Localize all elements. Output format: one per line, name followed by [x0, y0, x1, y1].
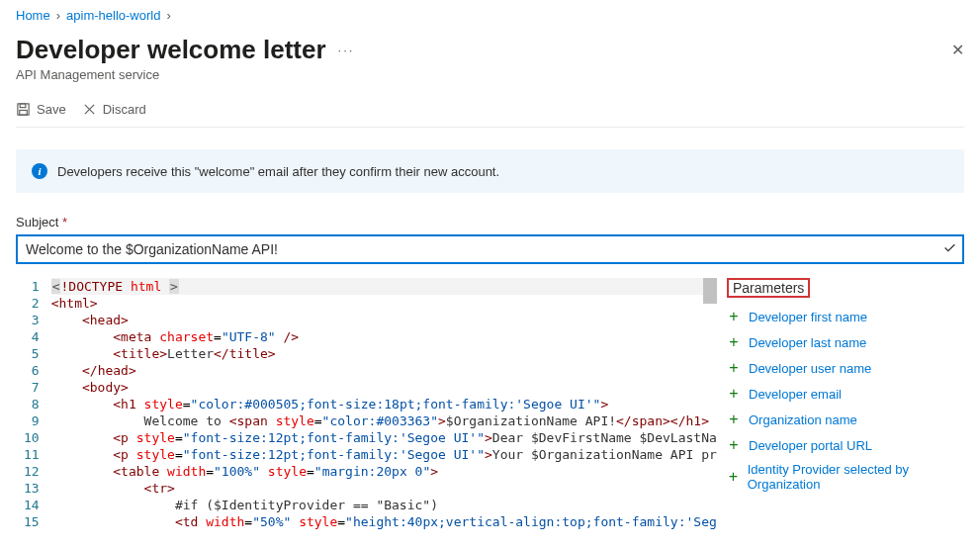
plus-icon: +	[727, 411, 741, 428]
save-icon	[16, 102, 31, 117]
scrollbar-vertical[interactable]	[703, 278, 717, 304]
plus-icon: +	[727, 385, 741, 403]
parameter-item[interactable]: +Developer portal URL	[727, 432, 964, 458]
parameter-label: Developer email	[749, 387, 842, 402]
plus-icon: +	[727, 436, 741, 454]
info-icon: i	[32, 163, 47, 179]
page-subtitle: API Management service	[16, 67, 964, 82]
breadcrumb: Home › apim-hello-world ›	[16, 8, 964, 23]
code-content[interactable]: <!DOCTYPE html ><html> <head> <meta char…	[51, 278, 717, 530]
check-icon	[943, 241, 956, 257]
line-numbers: 123456789101112131415	[16, 278, 51, 530]
svg-rect-1	[20, 104, 26, 108]
breadcrumb-home[interactable]: Home	[16, 8, 50, 23]
plus-icon: +	[727, 468, 740, 486]
parameter-label: Developer portal URL	[749, 438, 872, 453]
parameter-label: Organization name	[749, 412, 857, 427]
svg-rect-2	[20, 110, 28, 115]
plus-icon: +	[727, 359, 741, 377]
parameter-item[interactable]: +Organization name	[727, 407, 964, 432]
parameter-item[interactable]: +Developer user name	[727, 355, 964, 381]
info-banner: i Developers receive this "welcome" emai…	[16, 149, 964, 193]
parameter-item[interactable]: +Developer email	[727, 381, 964, 407]
save-button[interactable]: Save	[16, 102, 66, 117]
subject-label: Subject *	[16, 215, 964, 229]
parameter-item[interactable]: +Identity Provider selected by Organizat…	[727, 458, 964, 496]
breadcrumb-service[interactable]: apim-hello-world	[66, 8, 160, 23]
close-icon	[82, 102, 97, 117]
parameter-item[interactable]: +Developer first name	[727, 304, 964, 329]
more-actions-icon[interactable]: ···	[338, 43, 355, 57]
discard-button[interactable]: Discard	[82, 102, 146, 117]
parameter-label: Developer user name	[749, 361, 871, 376]
parameter-label: Identity Provider selected by Organizati…	[748, 462, 964, 492]
parameters-panel: Parameters +Developer first name+Develop…	[717, 278, 964, 530]
page-title: Developer welcome letter	[16, 35, 326, 65]
close-icon[interactable]: ✕	[951, 41, 964, 59]
subject-input[interactable]	[16, 234, 964, 264]
plus-icon: +	[727, 308, 741, 325]
parameter-label: Developer last name	[749, 335, 866, 350]
chevron-right-icon: ›	[166, 8, 170, 23]
code-editor[interactable]: 123456789101112131415 <!DOCTYPE html ><h…	[16, 278, 717, 530]
chevron-right-icon: ›	[56, 8, 60, 23]
info-banner-text: Developers receive this "welcome" email …	[57, 164, 499, 179]
plus-icon: +	[727, 333, 741, 351]
parameter-label: Developer first name	[749, 310, 867, 324]
toolbar: Save Discard	[16, 96, 964, 128]
parameters-header: Parameters	[727, 278, 810, 298]
parameter-item[interactable]: +Developer last name	[727, 329, 964, 355]
